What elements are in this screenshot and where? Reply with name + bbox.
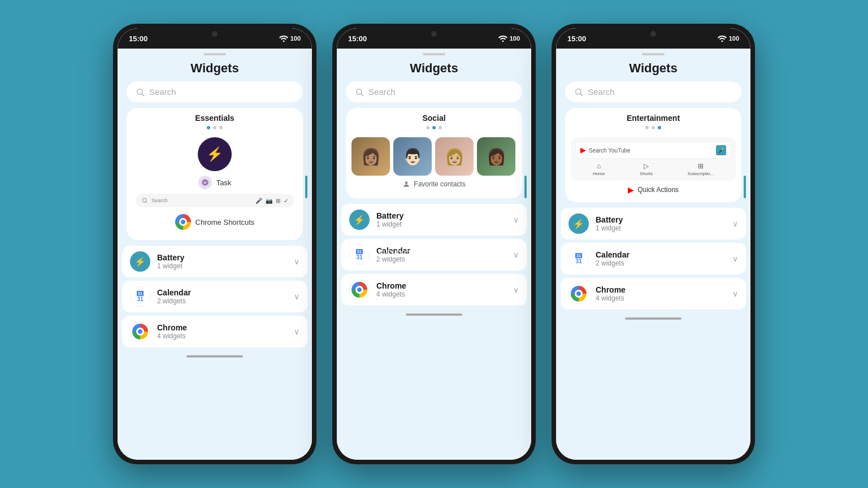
phone-screen-2: 15:00 100 ANDROID AUTHORITY Widgets — [337, 28, 531, 460]
dots-row-2 — [346, 126, 522, 129]
chrome-chevron-2: ∨ — [513, 285, 519, 294]
entertainment-section: Entertainment ▶ Search YouTube 🎤 — [565, 108, 741, 202]
dots-row-1 — [127, 126, 303, 129]
cal-num-3: 31 — [575, 258, 581, 265]
chrome-widget-item-3[interactable]: Chrome 4 widgets ∨ — [561, 278, 746, 310]
camera-icon: 📷 — [266, 198, 272, 204]
calendar-count-1: 2 widgets — [157, 297, 287, 305]
chrome-shortcuts-label: Chrome Shortcuts — [196, 218, 255, 226]
search-icon-2 — [355, 88, 364, 97]
chrome-inner-circle — [179, 218, 187, 226]
dot-3-1 — [645, 126, 649, 129]
cal-inner-1: 31 31 — [137, 291, 143, 303]
battery-bolt-icon-2: ⚡ — [354, 215, 365, 225]
social-section: Social 👩🏽 👨🏻 — [346, 108, 522, 198]
phone-screen-3: 15:00 100 Widgets — [556, 28, 750, 460]
svg-point-4 — [142, 198, 146, 202]
battery-bolt-icon-3: ⚡ — [573, 219, 584, 229]
contacts-icon — [402, 180, 410, 188]
battery-info-2: Battery 1 widget — [376, 211, 506, 228]
grid-icon: ⊞ — [276, 198, 280, 204]
screen-content-1: Widgets Search Essentials — [118, 49, 312, 460]
chrome-count-2: 4 widgets — [376, 290, 506, 298]
dot-1-1 — [207, 126, 210, 129]
task-label: Task — [216, 178, 232, 187]
drag-handle-2 — [423, 53, 445, 55]
chrome-chevron-3: ∨ — [732, 289, 738, 298]
yt-nav-subscriptions: ⊞ Subscriptio... — [688, 162, 714, 176]
dot-1-2 — [213, 126, 216, 129]
calendar-icon-1: 31 31 — [130, 286, 150, 307]
calendar-chevron-3: ∨ — [732, 254, 738, 263]
chrome-logo — [175, 214, 191, 230]
yt-subs-icon: ⊞ — [698, 162, 704, 170]
svg-point-6 — [502, 41, 504, 42]
cal-top-1: 31 — [137, 291, 143, 296]
yt-search-text: Search YouTube — [589, 147, 713, 154]
calendar-widget-item-1[interactable]: 31 31 Calendar 2 widgets ∨ — [122, 281, 307, 312]
yt-nav-shorts: ▷ Shorts — [640, 162, 653, 176]
yt-nav-row: ⌂ Home ▷ Shorts ⊞ Subscriptio... — [575, 162, 731, 176]
search-bar-3[interactable]: Search — [565, 81, 741, 102]
yt-shorts-icon: ▷ — [644, 162, 649, 170]
calendar-name-1: Calendar — [157, 288, 287, 297]
page-title-3: Widgets — [556, 58, 750, 81]
quick-actions-label: Quick Actions — [637, 186, 679, 194]
phone-screen-1: 15:00 100 Widgets — [118, 28, 312, 460]
screen-content-2: ANDROID AUTHORITY Widgets Search Social — [337, 49, 531, 460]
yt-mic-icon: 🎤 — [716, 145, 726, 155]
battery-chevron-2: ∨ — [513, 215, 519, 224]
battery-chevron-1: ∨ — [294, 257, 300, 266]
battery-widget-item-2[interactable]: ⚡ Battery 1 widget ∨ — [341, 204, 527, 236]
calendar-widget-item-2[interactable]: 31 31 Calendar 2 widgets ∨ — [341, 239, 527, 271]
search-bar-2[interactable]: Search — [346, 81, 522, 102]
chrome-inner-2 — [355, 286, 363, 294]
bottom-bar-1 — [118, 351, 312, 362]
battery-count-1: 1 widget — [157, 262, 287, 270]
dot-3-2 — [652, 126, 655, 129]
contact-avatar-4: 👩🏾 — [477, 137, 515, 176]
home-indicator-3 — [625, 317, 682, 320]
calendar-info-2: Calendar 2 widgets — [376, 246, 506, 263]
chrome-info-2: Chrome 4 widgets — [376, 281, 506, 298]
status-bar-1: 15:00 100 — [118, 28, 312, 49]
contacts-label-row: Favorite contacts — [346, 180, 522, 188]
chrome-action-icons: 🎤 📷 ⊞ ✓ — [255, 198, 288, 204]
phone-frame-1: 15:00 100 Widgets — [113, 24, 316, 464]
battery-widget-item-1[interactable]: ⚡ Battery 1 widget ∨ — [122, 246, 307, 277]
status-time-1: 15:00 — [129, 34, 147, 43]
chrome-widget-item-2[interactable]: Chrome 4 widgets ∨ — [341, 274, 527, 306]
yt-shorts-label: Shorts — [640, 171, 653, 176]
chrome-name-2: Chrome — [376, 281, 506, 290]
calendar-icon-inner-2: 31 31 — [350, 246, 368, 264]
battery-icon-3: ⚡ — [568, 213, 589, 234]
scroll-indicator-2 — [524, 176, 527, 198]
battery-name-2: Battery — [376, 211, 506, 220]
contacts-label-text: Favorite contacts — [414, 180, 465, 188]
battery-widget-item-3[interactable]: ⚡ Battery 1 widget ∨ — [561, 208, 746, 239]
yt-nav-home: ⌂ Home — [593, 162, 605, 176]
camera-dot-2 — [431, 31, 437, 37]
status-icons-3: 100 — [718, 35, 739, 42]
chrome-widget-item-1[interactable]: Chrome 4 widgets ∨ — [122, 316, 307, 347]
chrome-circle-icon-1 — [132, 324, 148, 339]
task-svg — [201, 178, 209, 186]
phone-3: 15:00 100 Widgets — [552, 24, 755, 464]
calendar-widget-item-3[interactable]: 31 31 Calendar 2 widgets ∨ — [561, 243, 746, 274]
search-bar-1[interactable]: Search — [127, 81, 303, 102]
home-indicator-2 — [406, 313, 462, 316]
yt-home-label: Home — [593, 171, 605, 176]
search-placeholder-1: Search — [149, 87, 176, 97]
chrome-circle-icon-2 — [351, 282, 367, 298]
svg-line-12 — [580, 93, 583, 95]
mic-icon: 🎤 — [255, 198, 262, 204]
calendar-name-3: Calendar — [596, 250, 726, 259]
search-icon-3 — [574, 88, 583, 97]
status-bar-2: 15:00 100 — [337, 28, 531, 49]
page-title-2: Widgets — [337, 58, 531, 81]
battery-status-2: 100 — [510, 35, 520, 42]
calendar-count-2: 2 widgets — [376, 255, 506, 263]
avatar-face-3: 👩🏼 — [435, 137, 474, 176]
battery-name-3: Battery — [596, 215, 726, 224]
avatar-face-2: 👨🏻 — [393, 137, 432, 176]
